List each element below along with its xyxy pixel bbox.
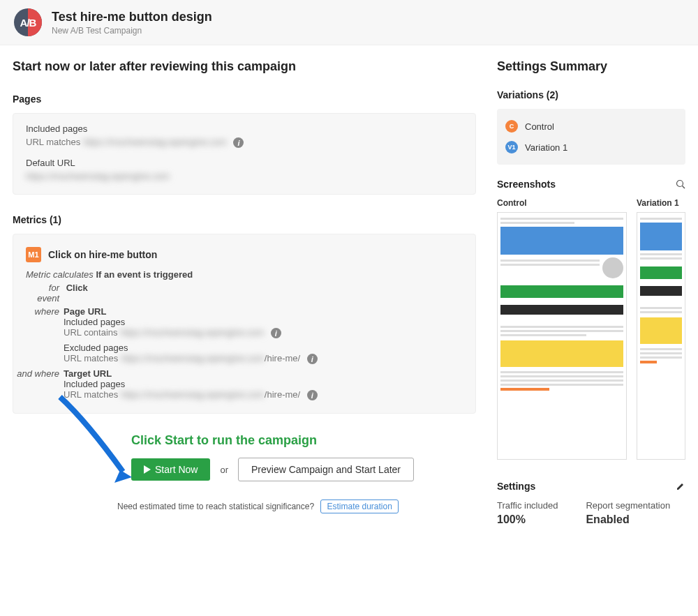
- default-url-value: https://mschwenstag.wpengine.com: [26, 171, 170, 181]
- included-pages-sub2: Included pages: [64, 379, 318, 389]
- settings-summary-heading: Settings Summary: [497, 59, 685, 74]
- report-value: Enabled: [586, 513, 670, 526]
- url-matches-row: URL matches https://mschwenstag.wpengine…: [26, 137, 463, 148]
- default-url-label: Default URL: [26, 158, 463, 168]
- for-event-label: for event: [26, 283, 64, 303]
- metric-calc-value: If an event is triggered: [96, 269, 193, 280]
- settings-grid: Traffic included 100% Report segmentatio…: [497, 500, 685, 526]
- settings-label: Settings: [497, 481, 535, 492]
- url-contains-value: https://mschwenstag.wpengine.com: [120, 327, 264, 338]
- screenshot-control-preview: [497, 212, 627, 460]
- estimate-question: Need estimated time to reach statistical…: [117, 502, 314, 511]
- hire-me-suffix1: /hire-me/: [265, 353, 300, 363]
- metrics-box: M1 Click on hire-me button Metric calcul…: [13, 234, 476, 414]
- page-heading: Start now or later after reviewing this …: [13, 59, 476, 74]
- or-text: or: [220, 465, 228, 475]
- screenshot-control[interactable]: Control: [497, 198, 627, 460]
- variation1-badge-icon: V1: [505, 141, 518, 153]
- url-matches-label: URL matches: [26, 137, 80, 147]
- info-icon[interactable]: i: [233, 137, 244, 148]
- campaign-title: Test hire-me button design: [52, 10, 212, 24]
- info-icon[interactable]: i: [271, 328, 281, 338]
- control-label: Control: [525, 121, 554, 132]
- hire-me-suffix2: /hire-me/: [265, 389, 300, 400]
- url-matches-value: https://mschwenstag.wpengine.com: [83, 137, 227, 147]
- info-icon[interactable]: i: [307, 390, 318, 400]
- control-badge-icon: C: [505, 120, 518, 133]
- screenshots-heading: Screenshots: [497, 179, 685, 190]
- edit-icon[interactable]: [676, 481, 685, 491]
- callout-annotation: Click Start to run the campaign: [131, 433, 476, 448]
- play-icon: [144, 465, 151, 474]
- header-titles: Test hire-me button design New A/B Test …: [52, 10, 212, 36]
- screenshot-control-title: Control: [497, 198, 627, 208]
- page-url-label: Page URL: [64, 306, 318, 317]
- svg-marker-0: [114, 470, 132, 483]
- target-url-label: Target URL: [64, 368, 318, 379]
- included-pages-label: Included pages: [26, 123, 463, 134]
- pages-section-label: Pages: [13, 93, 476, 105]
- screenshot-variation1[interactable]: Variation 1: [637, 198, 685, 460]
- url-contains-label: URL contains: [64, 327, 118, 338]
- m1-badge: M1: [26, 247, 41, 262]
- variations-label: Variations (2): [497, 89, 558, 100]
- search-icon[interactable]: [676, 179, 685, 189]
- svg-marker-1: [144, 465, 151, 474]
- settings-heading: Settings: [497, 481, 685, 492]
- traffic-label: Traffic included: [497, 500, 558, 511]
- svg-line-3: [683, 186, 685, 189]
- start-now-button[interactable]: Start Now: [131, 458, 210, 481]
- metrics-section-label: Metrics (1): [13, 214, 476, 225]
- variation-1-row[interactable]: V1 Variation 1: [505, 137, 677, 158]
- ab-logo-text: A/B: [20, 17, 36, 29]
- variation-control-row[interactable]: C Control: [505, 116, 677, 137]
- screenshots-label: Screenshots: [497, 179, 556, 190]
- ab-logo-icon: A/B: [14, 8, 42, 36]
- included-pages-sub: Included pages: [64, 317, 318, 327]
- screenshot-variation1-preview: [637, 212, 685, 460]
- preview-later-button[interactable]: Preview Campaign and Start Later: [238, 458, 414, 481]
- for-event-value: Click: [66, 283, 88, 293]
- estimate-duration-button[interactable]: Estimate duration: [320, 499, 398, 513]
- page-header: A/B Test hire-me button design New A/B T…: [0, 0, 698, 45]
- where-label: where: [26, 306, 64, 364]
- variation1-label: Variation 1: [525, 142, 567, 153]
- campaign-subtitle: New A/B Test Campaign: [52, 26, 212, 36]
- start-now-label: Start Now: [155, 464, 198, 475]
- svg-point-2: [677, 181, 683, 187]
- screenshot-variation1-title: Variation 1: [637, 198, 685, 208]
- variations-heading: Variations (2): [497, 89, 685, 100]
- url-matches-label3: URL matches: [64, 389, 118, 400]
- excluded-pages-sub: Excluded pages: [64, 343, 318, 353]
- metric-title: Click on hire-me button: [48, 249, 157, 260]
- metric-calc-prefix: Metric calculates: [26, 269, 94, 280]
- url-matches-label2: URL matches: [64, 353, 118, 363]
- info-icon[interactable]: i: [307, 354, 318, 364]
- variations-box: C Control V1 Variation 1: [497, 109, 685, 165]
- report-label: Report segmentation: [586, 500, 670, 511]
- url-matches-value3: https://mschwenstag.wpengine.com: [121, 389, 265, 400]
- url-matches-value2: https://mschwenstag.wpengine.com: [121, 353, 265, 363]
- and-where-label: and where: [10, 368, 64, 400]
- pages-box: Included pages URL matches https://mschw…: [13, 113, 476, 195]
- traffic-value: 100%: [497, 513, 558, 526]
